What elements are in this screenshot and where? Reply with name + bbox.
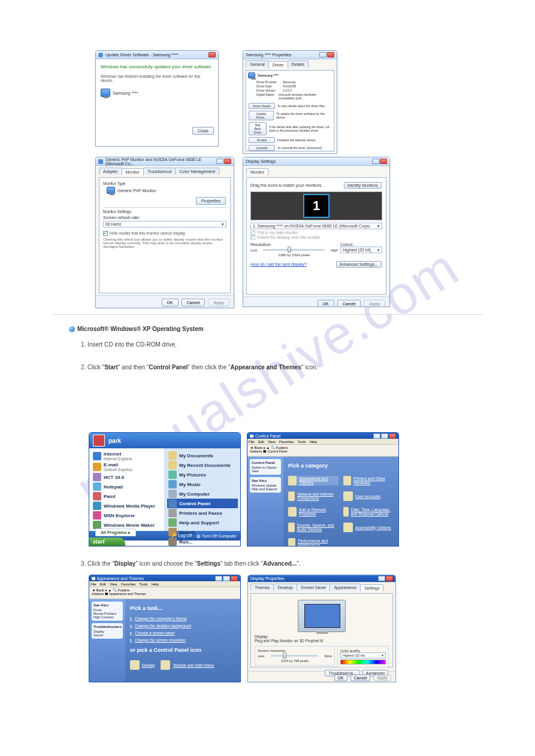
cancel-button[interactable]: Cancel xyxy=(337,300,361,307)
task-item[interactable]: ▸ Change the computer's theme xyxy=(130,616,235,621)
close-icon[interactable] xyxy=(389,433,396,439)
best-display-link[interactable]: How do I get the best display? xyxy=(250,262,307,266)
sidebar-item[interactable]: Sound xyxy=(93,633,121,637)
close-button[interactable]: Close xyxy=(192,127,214,135)
logoff-button[interactable]: 🔑 Log Off xyxy=(171,533,192,538)
driver-action-button[interactable]: Driver Details xyxy=(249,103,275,109)
close-icon[interactable] xyxy=(224,159,231,164)
category-item[interactable]: Sounds, Speech, and Audio Devices xyxy=(288,523,338,532)
properties-button[interactable]: Properties xyxy=(196,197,226,205)
driver-action-button[interactable]: Roll Back Driver xyxy=(249,122,267,135)
tab-color-mgmt[interactable]: Color Management xyxy=(175,168,219,175)
advanced-settings-button[interactable]: Advanced Settings... xyxy=(336,261,382,268)
category-item[interactable]: Printers and Other Hardware xyxy=(343,476,394,485)
ok-button[interactable]: OK xyxy=(162,299,179,306)
start-item[interactable]: My Pictures xyxy=(167,470,238,479)
refresh-rate-select[interactable]: 60 Hertz▾ xyxy=(103,221,226,227)
start-item[interactable]: Help and Support xyxy=(167,518,238,527)
category-item[interactable]: Add or Remove Programs xyxy=(288,507,338,517)
menu-item[interactable]: Help xyxy=(310,440,317,444)
ok-button[interactable]: OK xyxy=(318,300,334,307)
help-icon[interactable] xyxy=(372,159,379,164)
category-item[interactable]: Network and Internet Connections xyxy=(288,491,338,501)
start-button[interactable]: start xyxy=(89,538,125,546)
tab-monitor[interactable]: Monitor xyxy=(122,168,144,175)
cancel-button[interactable]: Cancel xyxy=(182,299,205,306)
tab-driver[interactable]: Driver xyxy=(268,61,288,68)
color-quality-select[interactable]: Highest (32 bit)▾ xyxy=(340,652,386,658)
start-item[interactable]: My Music xyxy=(167,479,238,489)
start-item[interactable]: Control Panel xyxy=(167,499,238,508)
tab-adapter[interactable]: Adapter xyxy=(99,168,122,175)
tab-settings[interactable]: Settings xyxy=(360,584,383,591)
cp-icon-item[interactable]: Taskbar and Start Menu xyxy=(161,660,214,670)
menu-item[interactable]: View xyxy=(110,582,117,586)
task-item[interactable]: ▸ Choose a screen saver xyxy=(130,630,235,635)
menu-item[interactable]: View xyxy=(268,440,276,444)
monitor-layout-area[interactable]: 1 xyxy=(250,192,382,220)
menu-item[interactable]: Tools xyxy=(298,440,306,444)
category-item[interactable]: Performance and Maintenance xyxy=(288,538,338,546)
start-item[interactable]: My Documents xyxy=(167,451,238,460)
start-item[interactable]: Paint xyxy=(92,491,162,501)
resolution-slider[interactable] xyxy=(263,249,325,251)
menu-item[interactable]: Tools xyxy=(140,582,148,586)
start-item[interactable]: My Computer xyxy=(167,489,238,499)
identify-monitors-button[interactable]: Identify Monitors xyxy=(344,182,382,189)
category-item[interactable]: Appearance and Themes xyxy=(288,476,338,485)
help-icon[interactable] xyxy=(378,576,385,581)
menu-item[interactable]: File xyxy=(249,440,255,444)
menu-item[interactable]: Favorites xyxy=(279,440,294,444)
cancel-button[interactable]: Cancel xyxy=(350,675,371,681)
tab-troubleshoot[interactable]: Troubleshoot xyxy=(143,168,176,175)
start-item[interactable]: Printers and Faxes xyxy=(167,508,238,518)
tab-general[interactable]: General xyxy=(246,60,269,68)
resolution-slider[interactable] xyxy=(271,655,319,657)
task-item[interactable]: ▸ Change the desktop background xyxy=(130,623,235,628)
driver-action-button[interactable]: Disable xyxy=(249,137,275,143)
help-icon[interactable] xyxy=(216,159,223,164)
category-item[interactable]: User Accounts xyxy=(343,491,394,501)
sidebar-item[interactable]: Help and Support xyxy=(252,487,279,491)
tab-appearance[interactable]: Appearance xyxy=(330,584,361,591)
close-icon[interactable] xyxy=(231,576,238,581)
help-icon[interactable] xyxy=(319,52,327,57)
tab-details[interactable]: Details xyxy=(288,60,309,68)
start-item[interactable]: MSN Explorer xyxy=(92,511,162,520)
menu-item[interactable]: File xyxy=(90,582,96,586)
start-item[interactable]: E-mailOutlook Express xyxy=(92,462,162,472)
category-item[interactable]: Accessibility Options xyxy=(343,523,394,532)
start-item[interactable]: Notepad xyxy=(92,482,162,491)
menu-item[interactable]: Help xyxy=(152,582,159,586)
start-item[interactable]: HCT 10.0 xyxy=(92,472,162,482)
menu-item[interactable]: Favorites xyxy=(121,582,136,586)
tab-desktop[interactable]: Desktop xyxy=(273,584,297,591)
monitor-1-icon[interactable]: 1 xyxy=(303,194,330,218)
tab-monitor[interactable]: Monitor xyxy=(246,168,268,175)
menu-item[interactable]: Edit xyxy=(100,582,106,586)
start-item[interactable]: InternetInternet Explorer xyxy=(92,451,162,462)
tab-screen-saver[interactable]: Screen Saver xyxy=(297,584,330,591)
menu-item[interactable]: Edit xyxy=(258,440,264,444)
all-programs-button[interactable]: All Programs ▸ xyxy=(95,529,136,536)
ok-button[interactable]: OK xyxy=(334,675,347,681)
turnoff-button[interactable]: ⏻ Turn Off Computer xyxy=(197,534,237,538)
monitor-select[interactable]: 1. Samsung **** on NVIDIA GeForce 6600 L… xyxy=(250,223,382,229)
close-icon[interactable] xyxy=(208,52,216,57)
task-item[interactable]: ▸ Change the screen resolution xyxy=(130,637,235,642)
colors-select[interactable]: Highest (32 bit)▾ xyxy=(340,247,382,253)
close-icon[interactable] xyxy=(386,576,393,581)
sidebar-item-classic[interactable]: Switch to Classic View xyxy=(252,466,279,473)
hide-modes-checkbox[interactable] xyxy=(103,231,108,236)
start-item[interactable]: Windows Media Player xyxy=(92,501,162,511)
close-icon[interactable] xyxy=(380,159,387,164)
tab-themes[interactable]: Themes xyxy=(250,584,274,591)
sidebar-item[interactable]: High Contrast xyxy=(93,615,121,619)
cp-icon-item[interactable]: Display xyxy=(130,660,155,670)
start-item[interactable]: My Recent Documents xyxy=(167,460,238,470)
close-icon[interactable] xyxy=(327,52,334,57)
start-item[interactable]: Run... xyxy=(167,537,238,546)
driver-action-button[interactable]: Update Driver... xyxy=(249,111,274,120)
driver-action-button[interactable]: Uninstall xyxy=(249,145,275,151)
category-item[interactable]: Date, Time, Language, and Regional Optio… xyxy=(343,507,394,517)
